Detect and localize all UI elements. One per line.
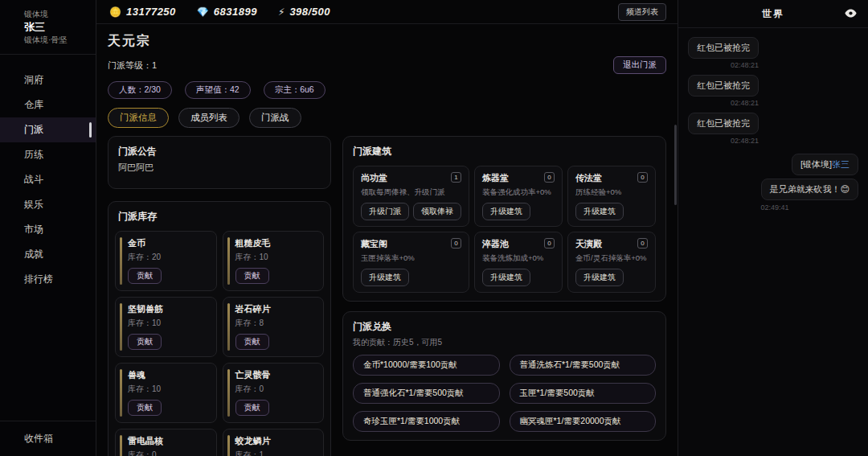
sidebar-item-label: 门派 <box>24 124 43 135</box>
sidebar-item-dongfu[interactable]: 洞府 <box>0 68 96 92</box>
energy-currency: ⚡ 398/500 <box>278 6 330 18</box>
sect-tags: 人数：2/30 声望值：42 宗主：6u6 <box>108 81 666 99</box>
chat-title: 世界 <box>762 7 784 21</box>
sidebar-item-chengjiu[interactable]: 成就 <box>0 242 96 267</box>
upgrade-building-button[interactable]: 升级建筑 <box>482 203 530 220</box>
gold-value: 13177250 <box>126 6 176 18</box>
tab-sect-info[interactable]: 门派信息 <box>108 108 169 128</box>
sidebar-item-cangku[interactable]: 仓库 <box>0 92 96 117</box>
exchange-option-button[interactable]: 普通洗炼石*1/需要500贡献 <box>510 355 657 376</box>
sender-bubble: [锻体境]张三 <box>792 154 858 175</box>
tab-member-list[interactable]: 成员列表 <box>178 108 240 128</box>
sidebar-item-label: 洞府 <box>24 74 43 85</box>
building-name: 藏宝阁 <box>361 238 387 250</box>
message-bubble: 红包已被抢完 <box>688 75 759 97</box>
upgrade-building-button[interactable]: 升级建筑 <box>361 269 409 286</box>
upgrade-building-button[interactable]: 升级建筑 <box>575 269 624 286</box>
diamond-currency: 💎 6831899 <box>197 6 257 18</box>
sidebar-item-paihangbang[interactable]: 排行榜 <box>0 267 96 292</box>
building-card: 淬器池0 装备洗炼加成+0% 升级建筑 <box>474 232 563 293</box>
exchange-card: 门派兑换 我的贡献：历史5，可用5 金币*10000/需要100贡献 普通洗炼石… <box>342 311 666 441</box>
top-bar: 🪙 13177250 💎 6831899 ⚡ 398/500 频道列表 <box>96 0 678 24</box>
item-name: 岩石碎片 <box>235 303 317 315</box>
sidebar-item-shichang[interactable]: 市场 <box>0 217 96 242</box>
sidebar-item-yule[interactable]: 娱乐 <box>0 192 96 217</box>
scrollbar-thumb[interactable] <box>674 125 677 205</box>
sidebar-nav: 洞府 仓库 门派 历练 战斗 娱乐 市场 成就 排行榜 <box>0 68 96 292</box>
building-desc: 装备洗炼加成+0% <box>482 253 555 264</box>
building-card: 藏宝阁0 玉匣掉落率+0% 升级建筑 <box>353 232 469 293</box>
item-stock: 库存：20 <box>128 252 210 263</box>
player-message: [锻体境]张三 是兄弟就来砍我！😊 02:49:41 <box>761 154 858 212</box>
sidebar-divider <box>0 54 96 55</box>
building-name: 传法堂 <box>575 172 602 184</box>
building-desc: 领取每周俸禄、升级门派 <box>361 187 461 198</box>
item-name: 雷电晶核 <box>128 435 210 447</box>
inventory-item: 亡灵骸骨库存：0贡献 <box>223 363 325 423</box>
sidebar-item-label: 娱乐 <box>24 199 43 210</box>
gold-currency: 🪙 13177250 <box>109 6 176 18</box>
sidebar-item-label: 市场 <box>24 224 43 235</box>
energy-icon: ⚡ <box>278 6 285 18</box>
buildings-title: 门派建筑 <box>353 145 656 158</box>
item-stock: 库存：8 <box>235 318 317 329</box>
item-name: 坚韧兽筋 <box>128 303 210 315</box>
building-name: 淬器池 <box>482 238 509 250</box>
eye-icon[interactable] <box>845 9 857 18</box>
item-stock: 库存：10 <box>235 252 317 263</box>
tab-sect-war[interactable]: 门派战 <box>249 108 301 128</box>
message-time: 02:48:21 <box>731 61 759 69</box>
reputation-tag: 声望值：42 <box>185 81 251 99</box>
donate-button[interactable]: 贡献 <box>235 334 269 350</box>
upgrade-sect-button[interactable]: 升级门派 <box>361 203 409 220</box>
building-level-badge: 0 <box>637 238 648 249</box>
sender-name[interactable]: 张三 <box>832 159 850 169</box>
inventory-item: 蛟龙鳞片库存：1贡献 <box>223 429 325 456</box>
channel-list-button[interactable]: 频道列表 <box>618 3 666 21</box>
announcement-title: 门派公告 <box>118 145 321 158</box>
message-bubble: 是兄弟就来砍我！😊 <box>761 179 858 200</box>
donate-button[interactable]: 贡献 <box>128 400 162 416</box>
exchange-option-button[interactable]: 金币*10000/需要100贡献 <box>353 355 500 376</box>
item-accent-bar <box>120 237 122 285</box>
building-level-badge: 0 <box>544 238 555 249</box>
item-accent-bar <box>120 369 122 417</box>
inventory-item: 粗糙皮毛库存：10贡献 <box>223 231 325 291</box>
sidebar-item-inbox[interactable]: 收件箱 <box>0 421 96 456</box>
player-name: 张三 <box>24 20 96 34</box>
sidebar-item-label: 排行榜 <box>24 273 53 285</box>
item-stock: 库存：0 <box>235 384 317 395</box>
item-stock: 库存：1 <box>235 450 317 456</box>
building-card: 炼器堂0 装备强化成功率+0% 升级建筑 <box>474 166 563 227</box>
item-name: 粗糙皮毛 <box>235 237 317 249</box>
message-time: 02:49:41 <box>761 203 789 212</box>
exchange-option-button[interactable]: 幽冥魂匣*1/需要20000贡献 <box>510 411 657 432</box>
sidebar-item-menpai[interactable]: 门派 <box>0 117 96 142</box>
building-name: 天演殿 <box>575 238 602 250</box>
system-message: 红包已被抢完 02:48:21 <box>688 75 759 107</box>
message-time: 02:48:21 <box>731 99 759 107</box>
sender-realm-prefix: [锻体境] <box>800 159 832 169</box>
building-desc: 装备强化成功率+0% <box>482 187 555 198</box>
exchange-option-button[interactable]: 奇珍玉匣*1/需要1000贡献 <box>353 411 500 432</box>
player-info: 锻体境 张三 锻体境·骨坚 <box>0 0 96 46</box>
exchange-option-button[interactable]: 普通强化石*1/需要500贡献 <box>353 383 500 404</box>
item-name: 亡灵骸骨 <box>235 369 317 381</box>
claim-salary-button[interactable]: 领取俸禄 <box>413 203 461 220</box>
donate-button[interactable]: 贡献 <box>128 268 162 284</box>
inventory-item: 雷电晶核库存：0贡献 <box>115 429 217 456</box>
donate-button[interactable]: 贡献 <box>235 268 269 284</box>
sidebar-item-zhandou[interactable]: 战斗 <box>0 167 96 192</box>
leave-sect-button[interactable]: 退出门派 <box>613 56 666 74</box>
upgrade-building-button[interactable]: 升级建筑 <box>482 269 530 286</box>
player-realm-stage: 锻体境·骨坚 <box>24 34 96 46</box>
donate-button[interactable]: 贡献 <box>235 400 269 416</box>
sidebar-item-lilian[interactable]: 历练 <box>0 142 96 167</box>
message-bubble: 红包已被抢完 <box>688 113 759 134</box>
chat-messages: 红包已被抢完 02:48:21 红包已被抢完 02:48:21 红包已被抢完 0… <box>678 28 868 220</box>
donate-button[interactable]: 贡献 <box>128 334 162 350</box>
building-name: 尚功堂 <box>361 172 387 184</box>
upgrade-building-button[interactable]: 升级建筑 <box>575 203 624 220</box>
item-accent-bar <box>227 435 230 456</box>
exchange-option-button[interactable]: 玉匣*1/需要500贡献 <box>510 383 657 404</box>
